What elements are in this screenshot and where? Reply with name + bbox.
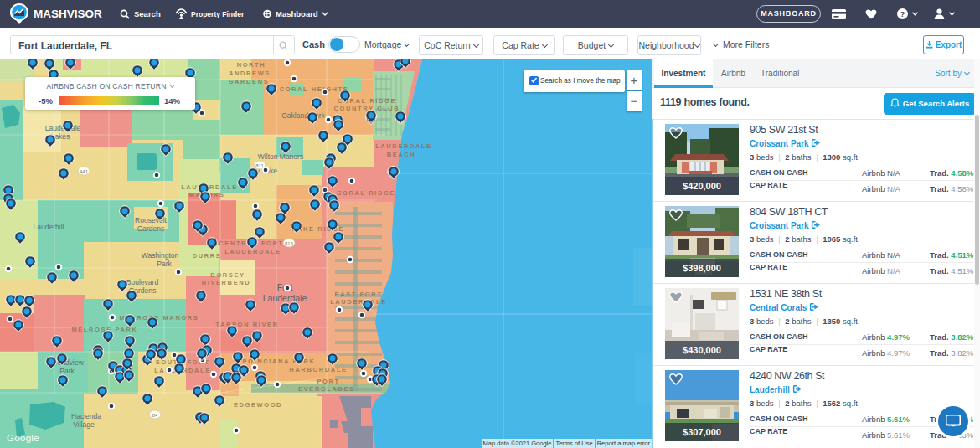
svg-text:Lauderdale: Lauderdale xyxy=(263,293,307,303)
svg-text:Wilton Manors: Wilton Manors xyxy=(258,152,303,161)
svg-text:?: ? xyxy=(900,10,905,18)
svg-text:DORSEY: DORSEY xyxy=(210,271,245,279)
svg-text:84: 84 xyxy=(152,413,158,418)
svg-text:Boulevard: Boulevard xyxy=(126,278,159,286)
svg-text:CORAL HEIGHTS: CORAL HEIGHTS xyxy=(280,85,349,93)
svg-text:Hacienda: Hacienda xyxy=(71,412,101,420)
svg-text:Park: Park xyxy=(157,260,172,268)
svg-text:811: 811 xyxy=(255,163,264,168)
svg-text:LAUDERDALE: LAUDERDALE xyxy=(224,248,281,255)
svg-text:RIVERBEND: RIVERBEND xyxy=(202,279,251,286)
svg-text:Oakland Park: Oakland Park xyxy=(281,111,325,120)
svg-text:816: 816 xyxy=(285,241,294,246)
svg-text:Gardens: Gardens xyxy=(137,224,165,233)
svg-text:LAUDERDALE: LAUDERDALE xyxy=(375,142,432,150)
svg-text:BEACH: BEACH xyxy=(387,151,416,158)
svg-text:COUNTRY CLUB: COUNTRY CLUB xyxy=(334,105,400,112)
svg-text:EDGEWOOD: EDGEWOOD xyxy=(234,401,282,409)
svg-text:GARDENS: GARDENS xyxy=(229,78,270,85)
svg-text:LAUDERDALE: LAUDERDALE xyxy=(330,298,387,306)
svg-text:EAST FORT: EAST FORT xyxy=(335,291,383,298)
svg-text:PORT: PORT xyxy=(317,378,339,385)
svg-text:ANDREWS: ANDREWS xyxy=(229,70,271,77)
svg-text:NORTH: NORTH xyxy=(237,61,266,69)
svg-text:441: 441 xyxy=(80,169,89,174)
svg-text:TARPON RIVER: TARPON RIVER xyxy=(215,321,278,328)
svg-text:CORAL RIDGE: CORAL RIDGE xyxy=(337,189,395,197)
svg-text:Village: Village xyxy=(73,420,95,429)
svg-text:LAUDERDALE: LAUDERDALE xyxy=(181,183,238,191)
svg-text:Park: Park xyxy=(59,367,75,375)
svg-text:DURRS: DURRS xyxy=(193,252,222,260)
svg-text:Lauderhill: Lauderhill xyxy=(34,223,64,231)
svg-text:Washington: Washington xyxy=(142,251,179,260)
svg-text:HARBORDALE: HARBORDALE xyxy=(289,366,347,373)
svg-text:EVERGLADES: EVERGLADES xyxy=(298,385,355,393)
